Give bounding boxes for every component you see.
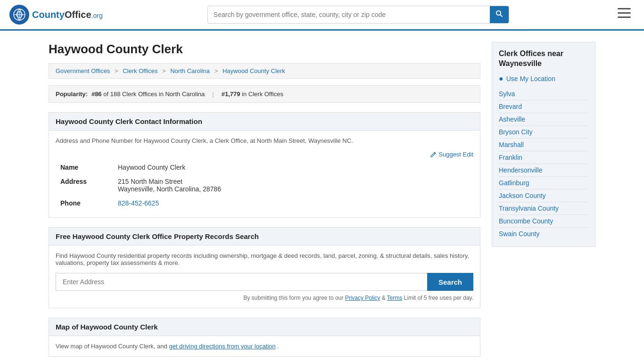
map-desc-pre: View map of Haywood County Clerk, and bbox=[56, 343, 167, 350]
header: CountyOffice.org bbox=[0, 0, 644, 31]
sidebar: Clerk Offices near Waynesville ● Use My … bbox=[492, 42, 595, 362]
sidebar-list-item: Asheville bbox=[499, 113, 588, 126]
sidebar-link[interactable]: Sylva bbox=[499, 90, 515, 98]
sidebar-link[interactable]: Buncombe County bbox=[499, 217, 553, 225]
sidebar-link[interactable]: Transylvania County bbox=[499, 205, 559, 212]
contact-section-body: Address and Phone Number for Haywood Cou… bbox=[49, 131, 480, 217]
contact-section: Haywood County Clerk Contact Information… bbox=[49, 112, 480, 218]
popularity-rank2: #1,779 in Clerk Offices bbox=[222, 90, 283, 98]
sidebar-list-item: Buncombe County bbox=[499, 215, 588, 228]
sidebar-list-item: Marshall bbox=[499, 139, 588, 151]
property-section-body: Find Haywood County residential property… bbox=[49, 246, 480, 308]
breadcrumb-link-nc[interactable]: North Carolina bbox=[170, 67, 210, 74]
privacy-policy-link[interactable]: Privacy Policy bbox=[345, 295, 380, 301]
property-search-form: Search bbox=[56, 273, 473, 291]
sidebar-list-item: Hendersonville bbox=[499, 164, 588, 177]
property-address-input[interactable] bbox=[56, 273, 427, 291]
disclaimer-pre: By submitting this form you agree to our bbox=[243, 295, 343, 301]
logo-text: CountyOffice.org bbox=[32, 9, 103, 20]
svg-point-5 bbox=[496, 11, 501, 15]
property-section-header: Free Haywood County Clerk Office Propert… bbox=[49, 228, 480, 246]
disclaimer-and: & bbox=[382, 295, 387, 301]
location-icon: ● bbox=[499, 74, 504, 83]
form-disclaimer: By submitting this form you agree to our… bbox=[56, 295, 473, 301]
main-container: Haywood County Clerk Government Offices … bbox=[39, 31, 605, 362]
logo-county: County bbox=[32, 9, 65, 20]
use-my-location-button[interactable]: ● Use My Location bbox=[499, 74, 555, 83]
breadcrumb: Government Offices > Clerk Offices > Nor… bbox=[49, 63, 480, 79]
property-section: Free Haywood County Clerk Office Propert… bbox=[49, 227, 480, 308]
sidebar-list-item: Franklin bbox=[499, 151, 588, 164]
name-row: Name Haywood County Clerk bbox=[57, 161, 472, 174]
phone-row: Phone 828-452-6625 bbox=[57, 197, 472, 210]
terms-link[interactable]: Terms bbox=[387, 295, 403, 301]
suggest-edit-label: Suggest Edit bbox=[438, 151, 473, 158]
breadcrumb-link-gov[interactable]: Government Offices bbox=[56, 67, 110, 74]
content-area: Haywood County Clerk Government Offices … bbox=[49, 42, 480, 362]
name-value: Haywood County Clerk bbox=[114, 161, 472, 174]
phone-value: 828-452-6625 bbox=[114, 197, 472, 210]
address-row: Address 215 North Main Street Waynesvill… bbox=[57, 175, 472, 196]
sidebar-list-item: Jackson County bbox=[499, 189, 588, 202]
breadcrumb-link-haywood[interactable]: Haywood County Clerk bbox=[223, 67, 285, 74]
sidebar-list-item: Sylva bbox=[499, 88, 588, 100]
sidebar-link[interactable]: Bryson City bbox=[499, 128, 533, 136]
property-search-button[interactable]: Search bbox=[427, 273, 473, 291]
logo-icon bbox=[9, 5, 29, 25]
map-section-header: Map of Haywood County Clerk bbox=[49, 318, 480, 336]
popularity-rank1: #86 of 188 Clerk Offices in North Caroli… bbox=[91, 90, 205, 98]
contact-section-header: Haywood County Clerk Contact Information bbox=[49, 113, 480, 131]
sidebar-links-list: SylvaBrevardAshevilleBryson CityMarshall… bbox=[499, 88, 588, 240]
sidebar-link[interactable]: Franklin bbox=[499, 154, 522, 161]
property-description: Find Haywood County residential property… bbox=[56, 252, 473, 266]
sidebar-link[interactable]: Gatlinburg bbox=[499, 179, 529, 187]
contact-info-table: Name Haywood County Clerk Address 215 No… bbox=[56, 160, 473, 211]
header-search-area bbox=[207, 6, 509, 24]
address-line1: 215 North Main Street bbox=[118, 178, 469, 185]
header-search-button[interactable] bbox=[490, 6, 509, 23]
svg-rect-7 bbox=[618, 8, 631, 9]
disclaimer-post: Limit of 5 free uses per day. bbox=[404, 295, 473, 301]
sidebar-link[interactable]: Brevard bbox=[499, 103, 522, 110]
sidebar-link[interactable]: Asheville bbox=[499, 115, 525, 123]
address-line2: Waynesville, North Carolina, 28786 bbox=[118, 185, 469, 193]
map-section: Map of Haywood County Clerk View map of … bbox=[49, 318, 480, 357]
sidebar-list-item: Transylvania County bbox=[499, 202, 588, 215]
svg-rect-8 bbox=[618, 12, 631, 14]
map-section-body: View map of Haywood County Clerk, and ge… bbox=[49, 336, 480, 356]
phone-label: Phone bbox=[57, 197, 113, 210]
edit-icon bbox=[430, 151, 437, 158]
breadcrumb-link-clerk[interactable]: Clerk Offices bbox=[123, 67, 157, 74]
suggest-edit-wrap: Suggest Edit bbox=[56, 151, 473, 158]
map-description: View map of Haywood County Clerk, and ge… bbox=[56, 343, 473, 350]
use-my-location-label: Use My Location bbox=[506, 75, 555, 82]
popularity-label: Popularity: bbox=[56, 90, 88, 98]
sidebar-box: Clerk Offices near Waynesville ● Use My … bbox=[492, 42, 595, 247]
breadcrumb-sep-3: > bbox=[215, 67, 218, 74]
map-desc-post: . bbox=[277, 343, 279, 350]
sidebar-title: Clerk Offices near Waynesville bbox=[499, 49, 588, 69]
breadcrumb-sep-1: > bbox=[115, 67, 118, 74]
sidebar-link[interactable]: Jackson County bbox=[499, 192, 546, 199]
popularity-divider: | bbox=[212, 90, 214, 98]
breadcrumb-sep-2: > bbox=[162, 67, 166, 74]
contact-description: Address and Phone Number for Haywood Cou… bbox=[56, 137, 473, 144]
sidebar-list-item: Bryson City bbox=[499, 126, 588, 139]
svg-rect-9 bbox=[618, 16, 631, 18]
logo-area: CountyOffice.org bbox=[9, 5, 103, 25]
address-value: 215 North Main Street Waynesville, North… bbox=[114, 175, 472, 196]
name-label: Name bbox=[57, 161, 113, 174]
phone-link[interactable]: 828-452-6625 bbox=[118, 199, 159, 207]
sidebar-link[interactable]: Hendersonville bbox=[499, 166, 543, 174]
sidebar-link[interactable]: Marshall bbox=[499, 141, 524, 148]
header-search-input[interactable] bbox=[208, 7, 490, 22]
popularity-bar: Popularity: #86 of 188 Clerk Offices in … bbox=[49, 85, 480, 103]
hamburger-menu-button[interactable] bbox=[614, 6, 635, 23]
header-search-wrap bbox=[207, 6, 509, 24]
sidebar-link[interactable]: Swain County bbox=[499, 230, 539, 238]
driving-directions-link[interactable]: get driving directions from your locatio… bbox=[169, 343, 275, 350]
sidebar-list-item: Gatlinburg bbox=[499, 177, 588, 189]
suggest-edit-button[interactable]: Suggest Edit bbox=[430, 151, 473, 158]
sidebar-list-item: Brevard bbox=[499, 100, 588, 113]
svg-line-6 bbox=[500, 15, 503, 17]
